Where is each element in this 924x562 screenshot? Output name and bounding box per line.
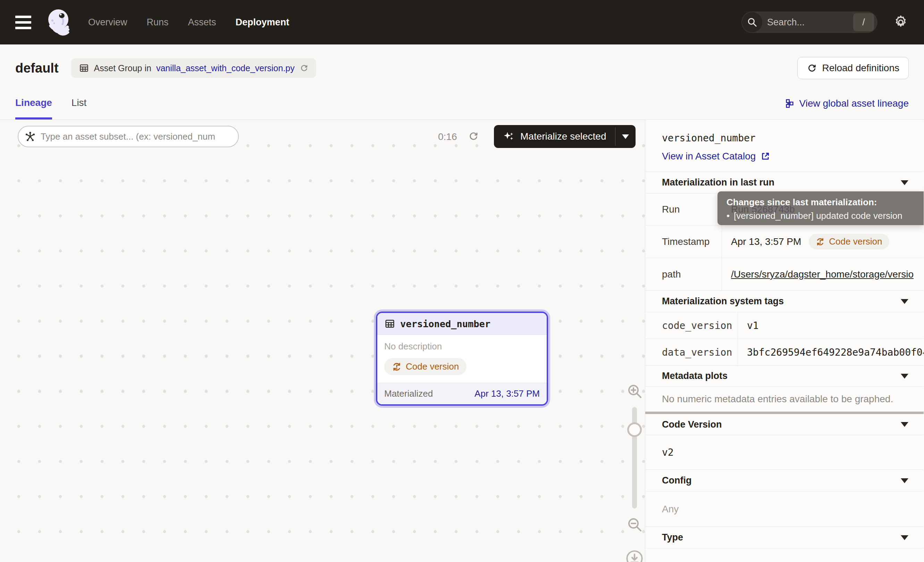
asset-graph-icon [25,131,36,142]
code-version-value: v2 [645,435,924,470]
top-nav: Overview Runs Assets Deployment / [0,0,924,45]
zoom-controls [620,383,645,562]
tooltip-item: [versioned_number] updated code version [734,210,903,221]
chevron-down-icon [901,422,908,427]
timestamp-row: Timestamp Apr 13, 3:57 PM Code version [645,225,924,258]
changes-tooltip: Changes since last materialization: • [v… [717,191,924,225]
search-input[interactable] [767,17,837,28]
data-version-tag-row: data_version 3bfc269594ef649228e9a74bab0… [645,339,924,365]
chevron-down-icon [901,299,908,304]
menu-icon[interactable] [15,16,31,29]
section-materialization-last-run[interactable]: Materialization in last run [645,171,924,193]
zoom-slider-handle[interactable] [627,422,642,437]
asset-node-versioned-number[interactable]: versioned_number No description Code ver… [376,311,548,406]
chevron-down-icon [901,535,908,540]
caret-down-icon [622,134,629,139]
chevron-down-icon [901,374,908,379]
reload-group-icon[interactable] [300,63,309,72]
materialize-selected-button[interactable]: Materialize selected [494,125,636,148]
panel-asset-title: versioned_number [662,132,907,144]
page-title: default [15,61,58,76]
zoom-out-icon[interactable] [626,516,643,533]
panel-filler [645,548,924,562]
tabs-row: Lineage List View global asset lineage [0,83,924,120]
code-version-changed-icon [816,237,825,246]
asset-group-breadcrumb: Asset Group in vanilla_asset_with_code_v… [71,59,316,78]
code-version-changed-icon [392,362,402,372]
tab-list[interactable]: List [72,97,87,119]
asset-group-file-link[interactable]: vanilla_asset_with_code_version.py [156,63,295,73]
section-code-version[interactable]: Code Version [645,414,924,435]
code-version-badge: Code version [384,358,466,375]
code-version-badge: Code version [809,234,889,249]
nav-links: Overview Runs Assets Deployment [88,17,289,28]
metadata-plots-empty-message: No numeric metadata entries available to… [645,386,924,412]
tab-lineage[interactable]: Lineage [15,97,52,119]
page-header: default Asset Group in vanilla_asset_wit… [0,45,924,83]
view-global-asset-lineage-link[interactable]: View global asset lineage [785,98,909,119]
external-link-icon [760,152,770,161]
download-graph-icon[interactable] [626,550,644,562]
zoom-in-icon[interactable] [626,383,643,400]
asset-subset-input[interactable] [40,131,232,142]
asset-node-materialized-time[interactable]: Apr 13, 3:57 PM [474,388,540,399]
asset-node-description: No description [384,341,540,352]
tooltip-title: Changes since last materialization: [726,197,915,208]
chevron-down-icon [901,478,908,483]
nav-item-assets[interactable]: Assets [188,17,216,28]
path-link[interactable]: /Users/sryza/dagster_home/storage/versio [731,269,914,280]
graph-refresh-icon[interactable] [468,131,479,142]
reload-definitions-button[interactable]: Reload definitions [797,57,909,79]
search-icon [742,12,762,32]
zoom-slider[interactable] [632,407,637,508]
section-metadata-plots[interactable]: Metadata plots [645,365,924,386]
asset-node-title: versioned_number [400,319,490,329]
lineage-graph-icon [785,99,795,108]
nav-item-deployment[interactable]: Deployment [236,17,290,28]
refresh-timer: 0:16 [438,131,457,143]
view-in-asset-catalog-link[interactable]: View in Asset Catalog [662,151,907,162]
code-version-tag-row: code_version v1 [645,312,924,339]
tooltip-bullet: • [726,210,730,221]
nav-item-overview[interactable]: Overview [88,17,128,28]
chevron-down-icon [901,180,908,185]
table-grid-icon [79,63,89,73]
section-config[interactable]: Config [645,470,924,491]
search-bar[interactable]: / [741,12,878,33]
dagster-logo-icon[interactable] [45,8,73,37]
table-grid-icon [384,318,395,329]
refresh-icon [807,63,817,73]
asset-group-prefix: Asset Group in [94,63,152,73]
path-row: path /Users/sryza/dagster_home/storage/v… [645,258,924,290]
section-type[interactable]: Type [645,527,924,548]
section-materialization-system-tags[interactable]: Materialization system tags [645,290,924,312]
sparkle-icon [503,131,515,143]
config-value: Any [645,491,924,527]
asset-subset-filter[interactable] [18,126,239,147]
section-divider [645,412,924,414]
nav-item-runs[interactable]: Runs [147,17,169,28]
asset-node-status: Materialized [384,388,433,399]
materialize-dropdown-button[interactable] [615,125,636,148]
settings-gear-icon[interactable] [893,14,909,30]
search-shortcut-key: / [853,13,874,31]
asset-graph-canvas[interactable]: 0:16 Materialize selected vers [0,120,645,562]
asset-details-panel: versioned_number View in Asset Catalog M… [645,120,924,562]
